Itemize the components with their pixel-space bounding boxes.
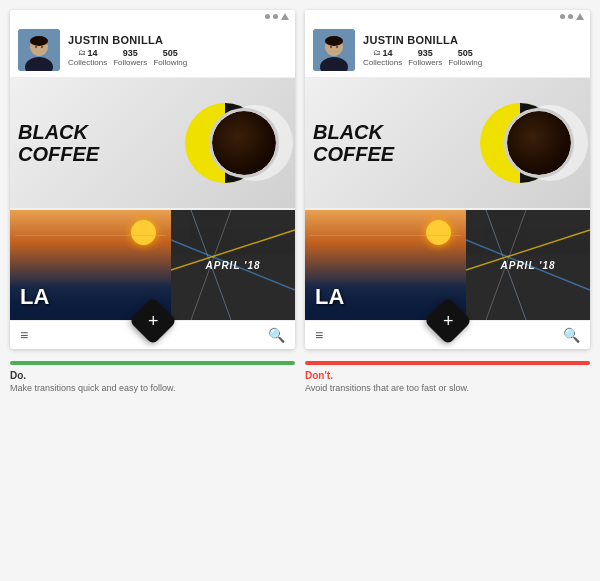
la-label-right: LA <box>315 284 344 310</box>
cup-container-left <box>227 113 287 173</box>
profile-name-right: JUSTIN BONILLA <box>363 34 582 46</box>
profile-info-right: JUSTIN BONILLA 🗂 14 Collections 935 Foll… <box>363 34 582 67</box>
profile-info-left: JUSTIN BONILLA 🗂 14 Collections 935 Foll… <box>68 34 287 67</box>
coffee-card-left: BLACK COFFEE <box>10 78 295 208</box>
status-bar-left <box>10 10 295 23</box>
april-card-right: APRIL '18 <box>466 210 590 320</box>
profile-stats-left: 🗂 14 Collections 935 Followers 505 Follo… <box>68 48 287 67</box>
label-do: Do. Make transitions quick and easy to f… <box>10 361 295 395</box>
panels-container: JUSTIN BONILLA 🗂 14 Collections 935 Foll… <box>10 10 590 349</box>
profile-stats-right: 🗂 14 Collections 935 Followers 505 Follo… <box>363 48 582 67</box>
avatar-right <box>313 29 355 71</box>
menu-icon-left[interactable]: ≡ <box>20 327 28 343</box>
status-bar-right <box>305 10 590 23</box>
profile-header-right: JUSTIN BONILLA 🗂 14 Collections 935 Foll… <box>305 23 590 78</box>
left-panel: JUSTIN BONILLA 🗂 14 Collections 935 Foll… <box>10 10 295 349</box>
stat-followers-right: 935 Followers <box>408 48 442 67</box>
svg-point-6 <box>34 50 44 56</box>
la-sun-left <box>131 220 156 245</box>
stat-collections-right: 🗂 14 Collections <box>363 48 402 67</box>
content-area-right: BLACK COFFEE LA <box>305 78 590 320</box>
search-icon-left[interactable]: 🔍 <box>268 327 285 343</box>
label-title-dont: Don't. <box>305 370 590 381</box>
april-label-left: APRIL '18 <box>205 260 260 271</box>
collections-icon-left: 🗂 14 <box>78 48 98 58</box>
svg-point-4 <box>35 46 37 48</box>
svg-point-3 <box>30 36 48 46</box>
avatar-svg-right <box>313 29 355 71</box>
status-dot-2 <box>273 14 278 19</box>
cup-coffee-left <box>212 111 276 175</box>
bottom-nav-left: ≡ + 🔍 <box>10 320 295 349</box>
label-bar-dont <box>305 361 590 365</box>
avatar-svg-left <box>18 29 60 71</box>
label-dont: Don't. Avoid transitions that are too fa… <box>305 361 590 395</box>
signal-icon-right <box>576 13 584 20</box>
status-dot-1 <box>265 14 270 19</box>
content-area-left: BLACK COFFEE LA <box>10 78 295 320</box>
coffee-text-right: BLACK COFFEE <box>313 121 394 165</box>
profile-name-left: JUSTIN BONILLA <box>68 34 287 46</box>
svg-point-17 <box>329 50 339 56</box>
collections-icon-right: 🗂 14 <box>373 48 393 58</box>
cup-container-right <box>522 113 582 173</box>
la-label-left: LA <box>20 284 49 310</box>
svg-point-15 <box>330 46 332 48</box>
la-horizon-right <box>310 235 461 236</box>
label-desc-do: Make transitions quick and easy to follo… <box>10 383 295 395</box>
signal-icon <box>281 13 289 20</box>
stat-following-right: 505 Following <box>448 48 482 67</box>
label-bar-do <box>10 361 295 365</box>
status-dot-r2 <box>568 14 573 19</box>
svg-point-5 <box>41 46 43 48</box>
cup-circle-right <box>504 108 574 178</box>
label-desc-dont: Avoid transitions that are too fast or s… <box>305 383 590 395</box>
stat-collections-left: 🗂 14 Collections <box>68 48 107 67</box>
cup-circle-left <box>209 108 279 178</box>
search-icon-right[interactable]: 🔍 <box>563 327 580 343</box>
labels-row: Do. Make transitions quick and easy to f… <box>10 361 590 395</box>
coffee-card-right: BLACK COFFEE <box>305 78 590 208</box>
avatar-left <box>18 29 60 71</box>
profile-header-left: JUSTIN BONILLA 🗂 14 Collections 935 Foll… <box>10 23 295 78</box>
stat-following-left: 505 Following <box>153 48 187 67</box>
april-card-left: APRIL '18 <box>171 210 295 320</box>
status-dot-r1 <box>560 14 565 19</box>
menu-icon-right[interactable]: ≡ <box>315 327 323 343</box>
stat-followers-left: 935 Followers <box>113 48 147 67</box>
la-sun-right <box>426 220 451 245</box>
april-label-right: APRIL '18 <box>500 260 555 271</box>
cup-coffee-right <box>507 111 571 175</box>
svg-point-14 <box>325 36 343 46</box>
la-horizon-left <box>15 235 166 236</box>
coffee-text-left: BLACK COFFEE <box>18 121 99 165</box>
svg-point-16 <box>336 46 338 48</box>
bottom-nav-right: ≡ + 🔍 <box>305 320 590 349</box>
label-title-do: Do. <box>10 370 295 381</box>
right-panel: JUSTIN BONILLA 🗂 14 Collections 935 Foll… <box>305 10 590 349</box>
